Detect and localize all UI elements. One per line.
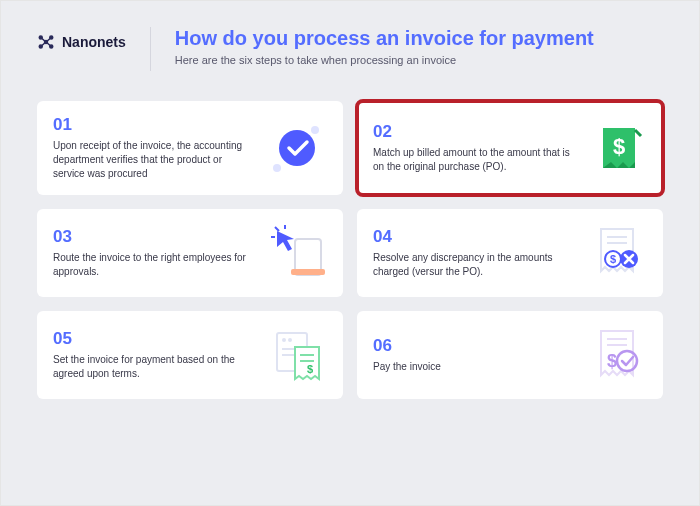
- step-desc: Route the invoice to the right employees…: [53, 251, 253, 279]
- step-card-05: 05 Set the invoice for payment based on …: [37, 311, 343, 399]
- svg-text:$: $: [610, 253, 616, 265]
- step-number: 02: [373, 122, 575, 142]
- svg-point-7: [279, 130, 315, 166]
- svg-point-19: [288, 338, 292, 342]
- page-title: How do you process an invoice for paymen…: [175, 27, 663, 50]
- step-text: 05 Set the invoice for payment based on …: [53, 329, 255, 381]
- step-number: 04: [373, 227, 575, 247]
- header: Nanonets How do you process an invoice f…: [37, 27, 663, 71]
- step-number: 05: [53, 329, 255, 349]
- divider: [150, 27, 151, 71]
- svg-text:$: $: [607, 351, 617, 371]
- brand: Nanonets: [37, 27, 126, 51]
- step-desc: Upon receipt of the invoice, the account…: [53, 139, 253, 181]
- dollar-receipt-icon: $: [587, 118, 647, 178]
- steps-grid: 01 Upon receipt of the invoice, the acco…: [37, 101, 663, 399]
- svg-point-18: [282, 338, 286, 342]
- invoice-lines-icon: $: [267, 325, 327, 385]
- paid-invoice-icon: $: [587, 325, 647, 385]
- step-text: 04 Resolve any discrepancy in the amount…: [373, 227, 575, 279]
- step-card-03: 03 Route the invoice to the right employ…: [37, 209, 343, 297]
- svg-rect-11: [291, 269, 325, 275]
- svg-point-6: [273, 164, 281, 172]
- step-text: 02 Match up billed amount to the amount …: [373, 122, 575, 174]
- step-desc: Pay the invoice: [373, 360, 573, 374]
- step-desc: Match up billed amount to the amount tha…: [373, 146, 573, 174]
- cursor-document-icon: [267, 223, 327, 283]
- brand-name: Nanonets: [62, 34, 126, 50]
- brand-logo-icon: [37, 33, 55, 51]
- step-number: 03: [53, 227, 255, 247]
- checkmark-badge-icon: [267, 118, 327, 178]
- page-subtitle: Here are the six steps to take when proc…: [175, 54, 663, 66]
- infographic-canvas: Nanonets How do you process an invoice f…: [0, 0, 700, 506]
- step-card-04: 04 Resolve any discrepancy in the amount…: [357, 209, 663, 297]
- svg-text:$: $: [307, 363, 313, 375]
- step-number: 01: [53, 115, 255, 135]
- receipt-error-icon: $: [587, 223, 647, 283]
- svg-text:$: $: [613, 134, 625, 159]
- svg-point-5: [311, 126, 319, 134]
- step-card-01: 01 Upon receipt of the invoice, the acco…: [37, 101, 343, 195]
- step-text: 01 Upon receipt of the invoice, the acco…: [53, 115, 255, 181]
- step-text: 03 Route the invoice to the right employ…: [53, 227, 255, 279]
- step-number: 06: [373, 336, 575, 356]
- title-block: How do you process an invoice for paymen…: [175, 27, 663, 66]
- step-card-02: 02 Match up billed amount to the amount …: [357, 101, 663, 195]
- step-card-06: 06 Pay the invoice $: [357, 311, 663, 399]
- step-desc: Resolve any discrepancy in the amounts c…: [373, 251, 573, 279]
- step-desc: Set the invoice for payment based on the…: [53, 353, 253, 381]
- step-text: 06 Pay the invoice: [373, 336, 575, 374]
